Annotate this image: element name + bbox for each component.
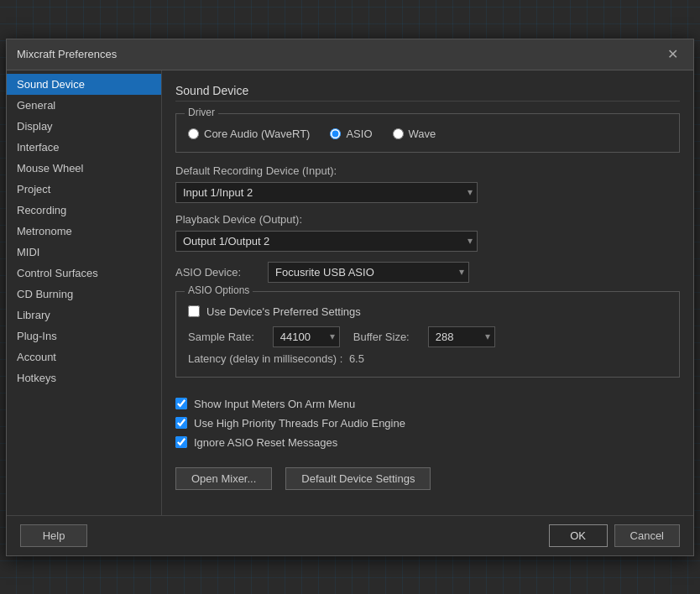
radio-wave[interactable]: Wave xyxy=(393,128,436,140)
ignore-asio-checkbox[interactable] xyxy=(175,436,187,448)
radio-wave-label: Wave xyxy=(409,128,436,140)
playback-select-row: Output 1/Output 2 xyxy=(175,231,680,252)
high-priority-label[interactable]: Use High Priority Threads For Audio Engi… xyxy=(194,417,405,430)
asio-device-label: ASIO Device: xyxy=(175,266,259,279)
buffer-size-select-wrapper: 288 xyxy=(428,326,495,347)
dialog-body: Sound Device General Display Interface M… xyxy=(7,70,693,515)
dialog-title: Mixcraft Preferences xyxy=(17,48,117,60)
radio-wave-input[interactable] xyxy=(393,128,404,139)
asio-device-row: ASIO Device: Focusrite USB ASIO xyxy=(175,262,680,283)
preferred-settings-label[interactable]: Use Device's Preferred Settings xyxy=(206,305,361,318)
recording-select-row: Input 1/Input 2 xyxy=(175,182,680,203)
show-input-meters-label[interactable]: Show Input Meters On Arm Menu xyxy=(194,398,355,410)
footer-right: OK Cancel xyxy=(549,524,680,547)
driver-group: Driver Core Audio (WaveRT) ASIO Wave xyxy=(175,113,680,153)
radio-core-audio-label: Core Audio (WaveRT) xyxy=(204,128,310,140)
asio-options-group: ASIO Options Use Device's Preferred Sett… xyxy=(175,291,680,378)
ok-button[interactable]: OK xyxy=(549,524,608,547)
main-content: Sound Device Driver Core Audio (WaveRT) … xyxy=(162,70,693,515)
sidebar: Sound Device General Display Interface M… xyxy=(7,70,162,515)
close-button[interactable]: ✕ xyxy=(662,46,683,63)
sidebar-item-hotkeys[interactable]: Hotkeys xyxy=(7,367,161,388)
preferences-dialog: Mixcraft Preferences ✕ Sound Device Gene… xyxy=(6,39,694,556)
help-button[interactable]: Help xyxy=(20,524,87,547)
sidebar-item-midi[interactable]: MIDI xyxy=(7,242,161,263)
buffer-size-select[interactable]: 288 xyxy=(428,326,495,347)
sidebar-item-project[interactable]: Project xyxy=(7,179,161,200)
sidebar-item-library[interactable]: Library xyxy=(7,305,161,326)
playback-select-wrapper: Output 1/Output 2 xyxy=(175,231,478,252)
cancel-button[interactable]: Cancel xyxy=(614,524,680,547)
sidebar-item-display[interactable]: Display xyxy=(7,116,161,137)
buffer-size-label: Buffer Size: xyxy=(353,331,410,343)
radio-core-audio[interactable]: Core Audio (WaveRT) xyxy=(188,128,310,140)
sidebar-item-account[interactable]: Account xyxy=(7,346,161,367)
sidebar-item-mouse-wheel[interactable]: Mouse Wheel xyxy=(7,158,161,179)
latency-row: Latency (delay in milliseconds) : 6.5 xyxy=(188,352,667,365)
latency-label: Latency (delay in milliseconds) : xyxy=(188,352,342,365)
radio-asio[interactable]: ASIO xyxy=(330,128,372,140)
radio-asio-label: ASIO xyxy=(346,128,372,140)
high-priority-checkbox[interactable] xyxy=(175,417,187,429)
driver-group-label: Driver xyxy=(185,107,218,118)
high-priority-row: Use High Priority Threads For Audio Engi… xyxy=(175,417,680,430)
recording-device-select[interactable]: Input 1/Input 2 xyxy=(175,182,478,203)
sidebar-item-sound-device[interactable]: Sound Device xyxy=(7,74,161,95)
sample-buffer-row: Sample Rate: 44100 Buffer Size: 288 xyxy=(188,326,667,347)
preferred-settings-checkbox[interactable] xyxy=(188,305,200,317)
ignore-asio-label[interactable]: Ignore ASIO Reset Messages xyxy=(194,436,337,449)
bottom-buttons-row: Open Mixer... Default Device Settings xyxy=(175,467,680,490)
recording-select-wrapper: Input 1/Input 2 xyxy=(175,182,478,203)
sidebar-item-cd-burning[interactable]: CD Burning xyxy=(7,284,161,305)
asio-options-label: ASIO Options xyxy=(185,284,253,296)
playback-device-label: Playback Device (Output): xyxy=(175,213,360,226)
radio-asio-input[interactable] xyxy=(330,128,341,139)
sample-rate-select-wrapper: 44100 xyxy=(273,326,340,347)
sidebar-item-control-surfaces[interactable]: Control Surfaces xyxy=(7,263,161,284)
sidebar-item-recording[interactable]: Recording xyxy=(7,200,161,221)
preferred-settings-row: Use Device's Preferred Settings xyxy=(188,305,667,318)
sidebar-item-plug-ins[interactable]: Plug-Ins xyxy=(7,326,161,346)
section-title: Sound Device xyxy=(175,84,680,102)
sidebar-item-general[interactable]: General xyxy=(7,95,161,116)
dialog-titlebar: Mixcraft Preferences ✕ xyxy=(7,39,693,70)
asio-device-select-wrapper: Focusrite USB ASIO xyxy=(268,262,469,283)
sample-rate-select[interactable]: 44100 xyxy=(273,326,340,347)
asio-device-select[interactable]: Focusrite USB ASIO xyxy=(268,262,469,283)
open-mixer-button[interactable]: Open Mixer... xyxy=(175,467,272,490)
driver-radio-row: Core Audio (WaveRT) ASIO Wave xyxy=(188,128,667,140)
show-input-meters-row: Show Input Meters On Arm Menu xyxy=(175,398,680,410)
default-device-button[interactable]: Default Device Settings xyxy=(285,467,431,490)
dialog-footer: Help OK Cancel xyxy=(7,515,693,555)
playback-device-select[interactable]: Output 1/Output 2 xyxy=(175,231,478,252)
recording-device-label: Default Recording Device (Input): xyxy=(175,164,360,177)
latency-value: 6.5 xyxy=(349,352,364,365)
sidebar-item-interface[interactable]: Interface xyxy=(7,137,161,158)
ignore-asio-row: Ignore ASIO Reset Messages xyxy=(175,436,680,449)
recording-device-row: Default Recording Device (Input): xyxy=(175,164,680,177)
playback-device-row: Playback Device (Output): xyxy=(175,213,680,226)
sidebar-item-metronome[interactable]: Metronome xyxy=(7,221,161,242)
sample-rate-label: Sample Rate: xyxy=(188,331,254,343)
show-input-meters-checkbox[interactable] xyxy=(175,398,187,409)
radio-core-audio-input[interactable] xyxy=(188,128,199,139)
